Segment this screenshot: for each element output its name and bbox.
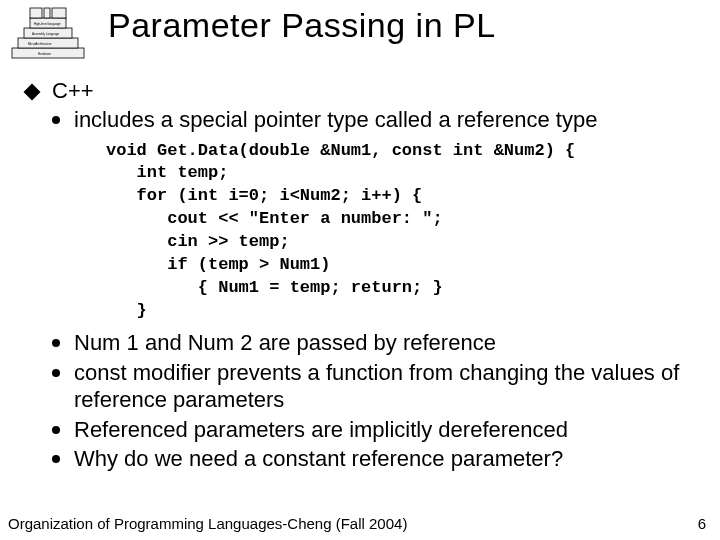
slide-body: C++ includes a special pointer type call… [26,78,696,473]
bullet-text: Why do we need a constant reference para… [74,445,563,473]
code-line: if (temp > Num1) [106,255,330,274]
bullet-text: Referenced parameters are implicitly der… [74,416,568,444]
diamond-bullet-icon [24,84,41,101]
code-line: cin >> temp; [106,232,290,251]
svg-rect-5 [44,8,50,18]
stack-pyramid-icon: High-level language Assembly Language Mi… [8,2,88,62]
code-line: cout << "Enter a number: "; [106,209,443,228]
disc-bullet-icon [52,116,60,124]
code-sample: void Get.Data(double &Num1, const int &N… [106,140,696,324]
disc-bullet-icon [52,426,60,434]
svg-text:Hardware: Hardware [38,52,51,56]
svg-text:Assembly Language: Assembly Language [32,32,60,36]
disc-bullet-icon [52,455,60,463]
bullet-text: const modifier prevents a function from … [74,359,696,414]
code-line: } [106,301,147,320]
svg-rect-6 [52,8,66,18]
code-line: { Num1 = temp; return; } [106,278,443,297]
disc-bullet-icon [52,369,60,377]
heading-cpp: C++ [52,78,94,104]
slide-title: Parameter Passing in PL [108,6,496,45]
page-number: 6 [698,515,706,532]
bullet-text: includes a special pointer type called a… [74,106,597,134]
svg-text:MicroArchitecture: MicroArchitecture [28,42,52,46]
svg-rect-4 [30,8,42,18]
footer-text: Organization of Programming Languages-Ch… [8,515,407,532]
code-line: int temp; [106,163,228,182]
svg-text:High-level language: High-level language [34,22,61,26]
bullet-text: Num 1 and Num 2 are passed by reference [74,329,496,357]
code-line: for (int i=0; i<Num2; i++) { [106,186,422,205]
disc-bullet-icon [52,339,60,347]
code-line: void Get.Data(double &Num1, const int &N… [106,141,575,160]
